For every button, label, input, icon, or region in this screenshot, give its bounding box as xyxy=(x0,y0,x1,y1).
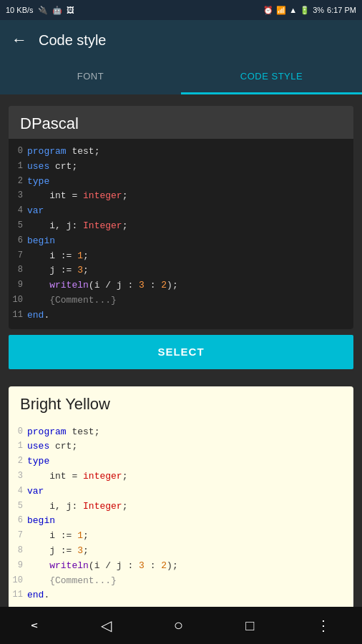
alarm-icon: ⏰ xyxy=(263,6,273,15)
battery-percent: 3% xyxy=(313,6,324,14)
status-left: 10 KB/s 🔌 🤖 🖼 xyxy=(6,6,74,15)
nav-more-button[interactable]: ⋮ xyxy=(316,617,331,634)
app-bar-title: Code style xyxy=(39,32,107,49)
data-speed: 10 KB/s xyxy=(6,6,34,14)
theme-title-dpascal: DPascal xyxy=(9,106,353,139)
tab-bar: FONT CODE STYLE xyxy=(0,60,362,94)
code-line: 8 j := 3; xyxy=(9,544,353,559)
bottom-nav: ∨ ◁ ○ □ ⋮ xyxy=(0,607,362,644)
code-line: 0 program test; xyxy=(9,145,353,160)
wifi-icon: 📶 xyxy=(276,6,286,15)
code-line: 2 type xyxy=(9,454,353,469)
code-line: 5 i, j: Integer; xyxy=(9,219,353,234)
code-line: 8 j := 3; xyxy=(9,263,353,278)
code-line: 7 i := 1; xyxy=(9,249,353,264)
theme-card-bright-yellow: Bright Yellow 0 program test; 1 uses crt… xyxy=(9,386,353,607)
status-bar: 10 KB/s 🔌 🤖 🖼 ⏰ 📶 ▲ 🔋 3% 6:17 PM xyxy=(0,0,362,20)
tab-font[interactable]: FONT xyxy=(0,60,181,94)
theme-card-dpascal: DPascal 0 program test; 1 uses crt; 2 ty… xyxy=(9,106,353,329)
tab-code-style[interactable]: CODE STYLE xyxy=(181,60,362,94)
select-button[interactable]: SELECT xyxy=(9,335,353,369)
nav-recents-button[interactable]: □ xyxy=(245,618,254,634)
signal-icon: ▲ xyxy=(289,6,297,14)
code-line: 3 int = integer; xyxy=(9,469,353,484)
code-block-dpascal: 0 program test; 1 uses crt; 2 type 3 int… xyxy=(9,139,353,329)
code-line: 1 uses crt; xyxy=(9,160,353,175)
code-line: 0 program test; xyxy=(9,425,353,440)
status-right: ⏰ 📶 ▲ 🔋 3% 6:17 PM xyxy=(263,6,356,15)
code-line: 4 var xyxy=(9,204,353,219)
image-icon: 🖼 xyxy=(67,6,74,14)
back-button-appbar[interactable]: ← xyxy=(11,31,27,49)
theme-title-bright-yellow: Bright Yellow xyxy=(9,386,353,419)
code-line: 7 i := 1; xyxy=(9,529,353,544)
android-icon: 🤖 xyxy=(52,6,62,15)
nav-back-gesture[interactable]: ∨ xyxy=(29,622,41,629)
code-line: 5 i, j: Integer; xyxy=(9,499,353,514)
code-line: 11 end. xyxy=(9,588,353,603)
time-display: 6:17 PM xyxy=(327,6,356,14)
code-line: 3 int = integer; xyxy=(9,189,353,204)
battery-icon: 🔋 xyxy=(300,6,310,15)
nav-back-button[interactable]: ◁ xyxy=(101,617,112,634)
code-line: 10 {Comment...} xyxy=(9,574,353,589)
code-line: 11 end. xyxy=(9,308,353,323)
content-area: DPascal 0 program test; 1 uses crt; 2 ty… xyxy=(0,94,362,607)
code-line: 6 begin xyxy=(9,234,353,249)
usb-icon: 🔌 xyxy=(38,6,48,15)
code-line: 6 begin xyxy=(9,514,353,529)
code-line: 2 type xyxy=(9,175,353,190)
app-bar: ← Code style xyxy=(0,20,362,60)
code-block-bright-yellow: 0 program test; 1 uses crt; 2 type 3 int… xyxy=(9,419,353,607)
nav-home-button[interactable]: ○ xyxy=(174,616,183,635)
code-line: 9 writeln(i / j : 3 : 2); xyxy=(9,278,353,293)
code-line: 1 uses crt; xyxy=(9,439,353,454)
code-line: 9 writeln(i / j : 3 : 2); xyxy=(9,559,353,574)
code-line: 10 {Comment...} xyxy=(9,293,353,308)
code-line: 4 var xyxy=(9,484,353,499)
